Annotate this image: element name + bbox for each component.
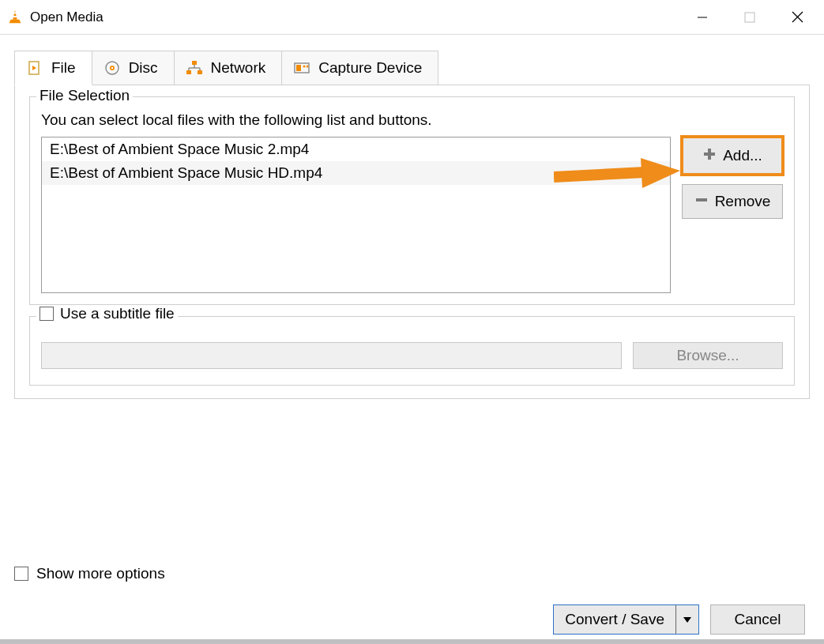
svg-rect-10 bbox=[192, 61, 197, 65]
capture-device-icon bbox=[293, 59, 310, 77]
add-button-label: Add... bbox=[723, 147, 762, 164]
maximize-button[interactable] bbox=[726, 2, 773, 33]
browse-button-label: Browse... bbox=[676, 347, 739, 364]
plus-icon bbox=[702, 147, 717, 165]
footer: Show more options Convert / Save Cancel bbox=[14, 565, 805, 635]
tab-file[interactable]: File bbox=[14, 51, 92, 85]
svg-rect-3 bbox=[745, 13, 754, 22]
window-title: Open Media bbox=[30, 9, 679, 25]
show-more-options[interactable]: Show more options bbox=[14, 565, 805, 582]
minus-icon bbox=[694, 193, 709, 211]
svg-rect-1 bbox=[13, 16, 17, 17]
svg-rect-23 bbox=[696, 198, 707, 201]
svg-rect-12 bbox=[198, 70, 202, 74]
main-panel: File Selection You can select local file… bbox=[14, 85, 810, 399]
browse-button: Browse... bbox=[633, 342, 783, 369]
convert-save-button[interactable]: Convert / Save bbox=[553, 604, 699, 635]
network-icon bbox=[186, 59, 203, 77]
minimize-button[interactable] bbox=[679, 2, 726, 33]
list-item[interactable]: E:\Best of Ambient Space Music HD.mp4 bbox=[42, 161, 670, 185]
subtitle-path-input bbox=[41, 342, 622, 369]
bottom-edge bbox=[0, 639, 824, 644]
titlebar: Open Media bbox=[0, 0, 824, 35]
tab-label: Disc bbox=[129, 59, 158, 77]
subtitle-legend: Use a subtitle file bbox=[36, 305, 178, 322]
svg-rect-18 bbox=[296, 65, 301, 71]
svg-point-9 bbox=[111, 67, 112, 69]
close-button[interactable] bbox=[773, 2, 821, 33]
tab-network[interactable]: Network bbox=[174, 51, 283, 85]
cancel-button-label: Cancel bbox=[734, 611, 781, 628]
subtitle-checkbox[interactable] bbox=[40, 307, 54, 321]
tab-strip: File Disc bbox=[14, 51, 810, 85]
file-selection-body: E:\Best of Ambient Space Music 2.mp4 E:\… bbox=[41, 137, 783, 293]
show-more-label: Show more options bbox=[36, 565, 165, 582]
svg-rect-0 bbox=[13, 12, 16, 13]
action-buttons: Convert / Save Cancel bbox=[14, 604, 805, 635]
svg-point-19 bbox=[303, 66, 306, 68]
chevron-down-icon bbox=[683, 616, 692, 623]
file-list[interactable]: E:\Best of Ambient Space Music 2.mp4 E:\… bbox=[41, 137, 671, 293]
tab-capture-device[interactable]: Capture Device bbox=[281, 51, 438, 85]
show-more-checkbox[interactable] bbox=[14, 567, 28, 581]
window-controls bbox=[679, 2, 821, 33]
vlc-cone-icon bbox=[6, 9, 24, 26]
tab-disc[interactable]: Disc bbox=[92, 51, 175, 85]
svg-rect-11 bbox=[186, 70, 191, 74]
subtitle-checkbox-label: Use a subtitle file bbox=[60, 305, 175, 322]
disc-icon bbox=[103, 59, 121, 77]
file-selection-fieldset: File Selection You can select local file… bbox=[29, 96, 795, 305]
svg-marker-26 bbox=[683, 617, 691, 623]
tab-label: Capture Device bbox=[318, 59, 422, 77]
remove-button[interactable]: Remove bbox=[682, 184, 783, 219]
dropdown-toggle[interactable] bbox=[675, 605, 698, 634]
file-icon bbox=[26, 59, 43, 77]
convert-save-label: Convert / Save bbox=[554, 605, 675, 634]
remove-button-label: Remove bbox=[715, 193, 771, 210]
subtitle-body: Browse... bbox=[41, 342, 783, 369]
svg-point-20 bbox=[307, 66, 309, 68]
content-area: File Disc bbox=[0, 35, 824, 399]
cancel-button[interactable]: Cancel bbox=[710, 604, 805, 635]
subtitle-fieldset: Use a subtitle file Browse... bbox=[29, 316, 795, 386]
tab-label: Network bbox=[211, 59, 266, 77]
add-button[interactable]: Add... bbox=[682, 137, 783, 175]
file-selection-hint: You can select local files with the foll… bbox=[41, 111, 783, 129]
file-selection-legend: File Selection bbox=[36, 87, 133, 104]
tab-label: File bbox=[51, 59, 76, 77]
svg-rect-22 bbox=[704, 153, 715, 156]
list-item[interactable]: E:\Best of Ambient Space Music 2.mp4 bbox=[42, 137, 670, 161]
file-buttons: Add... Remove bbox=[682, 137, 783, 293]
